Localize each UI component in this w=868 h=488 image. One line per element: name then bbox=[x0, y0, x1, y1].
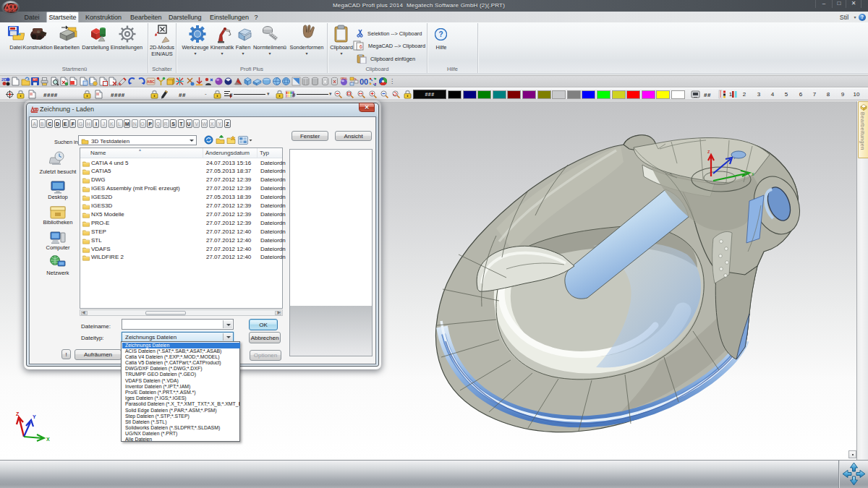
svg-text:OPGL: OPGL bbox=[341, 77, 348, 80]
svg-text:Z: Z bbox=[16, 411, 20, 416]
svg-text:6: 6 bbox=[359, 44, 362, 49]
svg-text:z: z bbox=[707, 149, 710, 154]
svg-text:ABC: ABC bbox=[147, 80, 155, 84]
svg-text:x: x bbox=[752, 171, 754, 176]
svg-text:X: X bbox=[46, 437, 50, 442]
svg-text:00: 00 bbox=[359, 77, 368, 86]
svg-text:Y: Y bbox=[33, 414, 36, 419]
svg-text:?: ? bbox=[438, 30, 443, 38]
svg-text:MegaCAD: MegaCAD bbox=[5, 9, 17, 12]
svg-text:s: s bbox=[375, 83, 376, 86]
svg-text:MT: MT bbox=[33, 78, 38, 81]
